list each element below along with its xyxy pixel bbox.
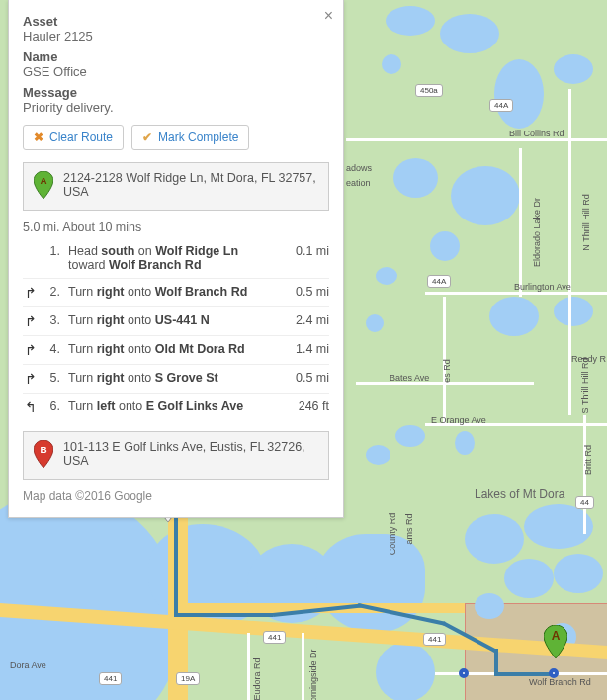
lake xyxy=(366,445,390,465)
city-label: Lakes of Mt Dora xyxy=(475,487,564,501)
road-label: E Orange Ave xyxy=(431,415,486,425)
step-text: Turn left onto E Golf Links Ave xyxy=(68,399,276,413)
route-segment xyxy=(174,516,178,613)
mark-complete-button[interactable]: ✔ Mark Complete xyxy=(131,125,249,150)
map-pin-a[interactable]: A xyxy=(544,625,567,658)
lake xyxy=(386,6,435,36)
road-minor xyxy=(425,292,607,295)
route-badge: 44A xyxy=(427,275,451,288)
road-label: Britt Rd xyxy=(583,445,593,475)
lake xyxy=(366,314,384,332)
directions-list: 1.Head south on Wolf Ridge Ln toward Wol… xyxy=(23,238,329,421)
route-waypoint-dot xyxy=(459,668,469,678)
route-badge: 19A xyxy=(176,672,200,685)
road-minor xyxy=(247,633,250,700)
destination-address-text: 101-113 E Golf Links Ave, Eustis, FL 327… xyxy=(63,440,318,468)
map-pin-a-letter: A xyxy=(544,629,567,643)
road-label: Morningside Dr xyxy=(308,649,318,700)
lake xyxy=(440,14,499,53)
message-label: Message xyxy=(23,85,329,100)
destination-address-box: B 101-113 E Golf Links Ave, Eustis, FL 3… xyxy=(23,431,329,480)
lake xyxy=(489,297,539,336)
road-minor xyxy=(519,148,522,297)
route-panel: × Asset Hauler 2125 Name GSE Office Mess… xyxy=(8,0,344,518)
road-label: Burlington Ave xyxy=(514,282,571,292)
turn-arrow-icon: ↱ xyxy=(23,285,39,301)
step-distance: 246 ft xyxy=(284,399,329,413)
road-label: ams Rd xyxy=(404,513,414,544)
lake xyxy=(455,431,475,455)
message-value: Priority delivery. xyxy=(23,100,329,115)
step-number: 6. xyxy=(46,399,60,413)
road-label: Eldorado Lake Dr xyxy=(532,198,542,267)
step-number: 3. xyxy=(46,313,60,327)
step-number: 5. xyxy=(46,371,60,385)
route-segment xyxy=(174,613,273,617)
road-label: Eudora Rd xyxy=(252,657,262,700)
asset-label: Asset xyxy=(23,14,329,29)
turn-arrow-icon: ↰ xyxy=(23,399,39,415)
road-label: N Thrill Hill Rd xyxy=(581,194,591,250)
road-major xyxy=(168,494,188,700)
step-text: Turn right onto S Grove St xyxy=(68,371,276,385)
lake xyxy=(504,559,554,598)
step-number: 2. xyxy=(46,285,60,299)
origin-address-text: 2124-2128 Wolf Ridge Ln, Mt Dora, FL 327… xyxy=(63,171,318,199)
lake xyxy=(554,54,593,84)
road-label: S Thrill Hill Rd xyxy=(580,358,590,414)
asset-value: Hauler 2125 xyxy=(23,29,329,44)
route-badge: 441 xyxy=(99,672,122,685)
lake xyxy=(475,593,504,619)
name-value: GSE Office xyxy=(23,64,329,79)
road-minor xyxy=(302,633,304,700)
lake xyxy=(554,554,603,593)
route-badge: 441 xyxy=(263,631,286,644)
lake xyxy=(376,267,397,285)
lake xyxy=(465,514,524,564)
step-number: 1. xyxy=(46,244,60,258)
direction-step: ↰6.Turn left onto E Golf Links Ave246 ft xyxy=(23,393,329,421)
clear-route-button[interactable]: ✖ Clear Route xyxy=(23,125,124,150)
origin-address-box: A 2124-2128 Wolf Ridge Ln, Mt Dora, FL 3… xyxy=(23,162,329,211)
direction-step: ↱3.Turn right onto US-441 N2.4 mi xyxy=(23,306,329,335)
step-number: 4. xyxy=(46,342,60,356)
lake xyxy=(395,425,425,447)
svg-text:B: B xyxy=(40,444,46,455)
route-segment xyxy=(494,649,498,674)
road-label: Wolf Branch Rd xyxy=(529,677,591,687)
step-text: Turn right onto Old Mt Dora Rd xyxy=(68,342,276,356)
destination-pin-icon: B xyxy=(34,440,53,471)
step-text: Turn right onto US-441 N xyxy=(68,313,276,327)
route-segment xyxy=(494,672,554,676)
lake xyxy=(376,643,435,700)
road-label: es Rd xyxy=(442,359,452,383)
lake xyxy=(554,297,593,326)
route-badge: 450a xyxy=(415,84,443,97)
road-minor xyxy=(568,89,571,415)
step-distance: 1.4 mi xyxy=(284,342,329,356)
origin-pin-icon: A xyxy=(34,171,53,202)
route-badge: 44A xyxy=(489,99,513,112)
road-label: Bates Ave xyxy=(390,373,429,383)
lake xyxy=(494,59,544,129)
step-distance: 0.5 mi xyxy=(284,285,329,299)
mark-complete-label: Mark Complete xyxy=(158,131,238,144)
road-label: Dora Ave xyxy=(10,660,46,670)
lake xyxy=(382,54,401,74)
direction-step: ↱4.Turn right onto Old Mt Dora Rd1.4 mi xyxy=(23,335,329,364)
route-summary: 5.0 mi. About 10 mins xyxy=(23,220,329,234)
turn-arrow-icon: ↱ xyxy=(23,342,39,358)
turn-arrow-icon: ↱ xyxy=(23,313,39,329)
lake xyxy=(393,158,438,198)
direction-step: 1.Head south on Wolf Ridge Ln toward Wol… xyxy=(23,238,329,278)
clear-route-label: Clear Route xyxy=(49,131,113,144)
lake xyxy=(451,166,520,225)
lake xyxy=(430,231,460,261)
route-badge: 441 xyxy=(423,633,446,646)
step-text: Head south on Wolf Ridge Ln toward Wolf … xyxy=(68,244,276,272)
direction-step: ↱5.Turn right onto S Grove St0.5 mi xyxy=(23,364,329,393)
direction-step: ↱2.Turn right onto Wolf Branch Rd0.5 mi xyxy=(23,278,329,306)
close-icon[interactable]: × xyxy=(324,8,333,24)
step-distance: 2.4 mi xyxy=(284,313,329,327)
clear-icon: ✖ xyxy=(34,131,43,144)
